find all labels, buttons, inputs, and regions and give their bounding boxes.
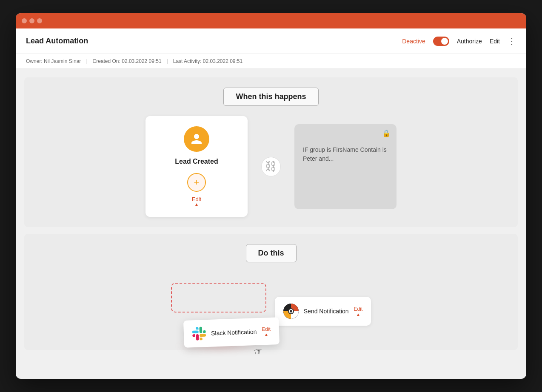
send-notif-icon <box>283 304 299 319</box>
do-section-top: Do this <box>34 244 508 340</box>
edit-button[interactable]: Edit <box>490 38 500 45</box>
automation-canvas: When this happens Lead Created + Edi <box>16 69 526 379</box>
send-notif-name: Send Notification <box>304 308 349 315</box>
slack-card-dropzone <box>171 283 266 312</box>
trigger-icon-circle <box>184 126 209 152</box>
page-title: Lead Automation <box>26 37 402 45</box>
person-icon <box>190 133 203 145</box>
do-label-box: Do this <box>246 244 297 262</box>
app-window: Lead Automation Deactive Authorize Edit … <box>16 13 526 379</box>
slack-caret-icon: ▲ <box>264 332 268 336</box>
slack-card-name: Slack Notification <box>211 328 257 337</box>
slack-notification-card[interactable]: Slack Notification Edit ▲ ☞ <box>183 317 280 348</box>
authorize-button[interactable]: Authorize <box>457 38 482 45</box>
caret-up-icon: ▲ <box>194 202 199 207</box>
divider2: | <box>167 58 168 64</box>
notif-eye <box>288 308 294 314</box>
trigger-cards-row: Lead Created + Edit ▲ ⛓ 🔒 IF <box>145 116 397 217</box>
traffic-lights <box>22 18 42 23</box>
notif-icon-inner <box>283 304 299 319</box>
deactive-label: Deactive <box>402 38 425 45</box>
app-header: Lead Automation Deactive Authorize Edit … <box>16 28 526 54</box>
trigger-edit-link[interactable]: Edit ▲ <box>192 196 201 207</box>
created-meta: Created On: 02.03.2022 09:51 <box>93 58 162 64</box>
trigger-card[interactable]: Lead Created + Edit ▲ <box>145 116 248 217</box>
trigger-title: Lead Created <box>175 158 218 165</box>
slack-card-wrapper: Slack Notification Edit ▲ ☞ <box>171 283 266 340</box>
header-actions: Deactive Authorize Edit ⋮ <box>402 36 516 46</box>
slack-logo-icon <box>192 327 206 341</box>
traffic-light-minimize[interactable] <box>29 18 34 23</box>
when-section-top: When this happens Lead Created + Edi <box>34 88 508 217</box>
lock-icon: 🔒 <box>382 129 391 137</box>
connector: ⛓ <box>260 157 282 176</box>
add-trigger-button[interactable]: + <box>187 173 206 192</box>
send-notif-caret-icon: ▲ <box>356 312 360 317</box>
active-toggle[interactable] <box>433 37 449 46</box>
send-notif-edit-link[interactable]: Edit ▲ <box>354 306 363 317</box>
do-label: Do this <box>258 249 284 257</box>
when-label-box: When this happens <box>223 88 318 106</box>
condition-text: IF group is FirsName Contain is Peter an… <box>303 145 388 163</box>
meta-bar: Owner: Nil Jasmin Sınar | Created On: 02… <box>16 54 526 69</box>
traffic-light-close[interactable] <box>22 18 27 23</box>
condition-card[interactable]: 🔒 IF group is FirsName Contain is Peter … <box>294 124 397 209</box>
slack-edit-link[interactable]: Edit ▲ <box>262 326 271 337</box>
traffic-light-maximize[interactable] <box>37 18 42 23</box>
chain-icon: ⛓ <box>261 157 281 176</box>
owner-meta: Owner: Nil Jasmin Sınar <box>26 58 81 64</box>
more-options-button[interactable]: ⋮ <box>508 36 516 46</box>
divider1: | <box>86 58 87 64</box>
action-cards-row: Slack Notification Edit ▲ ☞ <box>171 283 371 340</box>
activity-meta: Last Activity: 02.03.2022 09:51 <box>173 58 242 64</box>
do-section: Do this <box>24 234 518 350</box>
when-section: When this happens Lead Created + Edi <box>24 77 518 227</box>
send-notification-card[interactable]: Send Notification Edit ▲ <box>275 297 371 326</box>
titlebar <box>16 13 526 28</box>
drag-cursor-icon: ☞ <box>253 345 264 358</box>
when-label: When this happens <box>236 92 306 101</box>
